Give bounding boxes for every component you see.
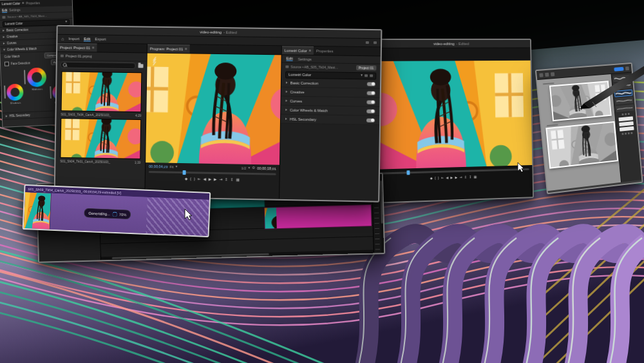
midtones-wheel[interactable] xyxy=(27,67,47,87)
storyboard-frame-1[interactable] xyxy=(549,81,612,121)
redo-icon[interactable] xyxy=(551,72,554,75)
step-back-button[interactable]: ◀ xyxy=(446,176,448,179)
playhead[interactable] xyxy=(183,170,186,175)
project-file-icon xyxy=(61,55,64,57)
shadows-wheel[interactable] xyxy=(6,84,24,101)
zoom-select[interactable]: Fit xyxy=(169,164,173,168)
menu-item-export[interactable]: Export xyxy=(95,37,106,41)
tool-icon[interactable] xyxy=(625,133,627,135)
tab-properties[interactable]: Properties xyxy=(314,46,336,55)
tool-icon[interactable] xyxy=(627,113,629,115)
edit-subtab[interactable]: Edit xyxy=(2,8,7,12)
timecode-current[interactable]: 00;00;04;29 xyxy=(149,164,168,169)
play-button[interactable]: ▶ xyxy=(450,176,453,179)
edit-subtab[interactable]: Edit xyxy=(286,56,292,61)
media-browser-icon[interactable] xyxy=(138,64,144,68)
toggle-switch[interactable] xyxy=(366,118,375,122)
section-label: Basic Correction xyxy=(6,28,28,32)
compare-icon[interactable] xyxy=(370,74,373,77)
project-panel-tab[interactable]: Project: Project 01 ≡ xyxy=(57,43,97,52)
mark-in-button[interactable]: { xyxy=(435,177,436,180)
clip-name: S01_Sh04_Tk01_CamA_20250103_ xyxy=(60,160,110,164)
project-clip-thumbnail[interactable] xyxy=(60,118,141,159)
panel-menu-icon[interactable]: ≡ xyxy=(22,1,24,5)
brush-preset[interactable] xyxy=(613,75,632,83)
share-icon[interactable] xyxy=(625,66,629,70)
quick-export-icon[interactable] xyxy=(374,41,377,44)
chevron-right-icon: ▸ xyxy=(3,35,5,39)
tab-lumetri-color[interactable]: Lumetri Color ≡ xyxy=(282,46,314,55)
highlights-slider[interactable] xyxy=(50,86,51,99)
color-swatch[interactable] xyxy=(618,116,633,121)
tool-icon[interactable] xyxy=(625,113,627,115)
lumetri-panel: Lumetri Color ≡ Properties Edit Settings… xyxy=(279,46,381,200)
step-back-button[interactable]: ◀ xyxy=(204,177,206,181)
brush-preset-selected[interactable] xyxy=(614,90,633,97)
add-marker-button[interactable]: ◆ xyxy=(185,177,187,181)
step-forward-button[interactable]: ▶ xyxy=(214,178,216,182)
settings-icon[interactable]: ⚙ xyxy=(252,166,255,170)
play-button[interactable]: ▶ xyxy=(209,177,211,181)
lift-button[interactable]: ↥ xyxy=(225,178,228,182)
project-clip-thumbnail[interactable] xyxy=(61,72,142,113)
face-detection-checkbox[interactable] xyxy=(5,62,9,66)
go-to-in-button[interactable]: ⇤ xyxy=(441,177,444,180)
home-icon[interactable]: ⌂ xyxy=(61,36,64,41)
brush-preset[interactable] xyxy=(616,104,634,112)
export-frame-button[interactable]: ▦ xyxy=(474,175,477,179)
tool-icon[interactable] xyxy=(621,113,623,115)
chevron-right-icon: ▸ xyxy=(6,114,8,118)
settings-subtab[interactable]: Settings xyxy=(298,57,312,61)
shadows-slider[interactable] xyxy=(4,86,5,99)
lift-button[interactable]: ↥ xyxy=(464,176,467,179)
midtones-slider[interactable] xyxy=(24,70,25,84)
chevron-down-icon: ▾ xyxy=(65,20,67,24)
playhead[interactable] xyxy=(406,170,410,175)
tool-icon[interactable] xyxy=(628,132,630,134)
go-to-out-button[interactable]: ⇥ xyxy=(460,176,462,179)
search-input[interactable] xyxy=(61,61,136,69)
tool-icon[interactable] xyxy=(630,132,632,134)
mark-out-button[interactable]: } xyxy=(194,177,195,181)
tool-icon[interactable] xyxy=(621,133,623,135)
workspace-icon[interactable] xyxy=(366,41,369,44)
panel-menu-icon[interactable]: ≡ xyxy=(92,46,94,50)
tab-lumetri-color[interactable]: Lumetri Color xyxy=(2,2,21,6)
extract-button[interactable]: ↧ xyxy=(469,175,471,179)
menu-icon[interactable] xyxy=(539,73,543,77)
toggle-switch[interactable] xyxy=(366,109,375,113)
undo-icon[interactable] xyxy=(545,72,549,76)
selected-clip-chip[interactable]: Project 01 xyxy=(356,65,377,70)
program-monitor-tab[interactable]: Program: Project 01 ≡ xyxy=(147,44,190,54)
menu-item-import[interactable]: Import xyxy=(68,37,79,41)
panel-menu-icon[interactable]: ≡ xyxy=(185,48,187,52)
storyboard-frame-2[interactable] xyxy=(545,121,618,169)
toggle-switch[interactable] xyxy=(367,82,375,86)
brush-preset[interactable] xyxy=(614,82,632,90)
resolution-select[interactable]: 1/2 xyxy=(242,166,247,170)
clip-magenta[interactable]: S01_Sh07_Tk06_CamA_20250104_ xyxy=(264,204,372,230)
extract-button[interactable]: ↧ xyxy=(231,178,234,182)
mark-in-button[interactable]: { xyxy=(190,177,191,181)
menu-item-edit[interactable]: Edit xyxy=(84,37,90,41)
color-swatch[interactable] xyxy=(620,126,634,132)
brush-preset[interactable] xyxy=(615,97,634,104)
generative-extend-clip[interactable]: S01_Sh03_Tk04_CamA_20250103_-00;00;04;29… xyxy=(23,184,211,237)
settings-subtab[interactable]: Settings xyxy=(9,8,20,12)
storyboard-canvas[interactable] xyxy=(537,74,621,191)
color-swatch[interactable] xyxy=(619,121,634,126)
step-forward-button[interactable]: ▶ xyxy=(455,176,458,179)
go-to-in-button[interactable]: ⇤ xyxy=(198,177,201,181)
tab-properties[interactable]: Properties xyxy=(26,1,40,5)
go-to-out-button[interactable]: ⇥ xyxy=(219,178,222,182)
primary-action-button[interactable] xyxy=(614,66,623,71)
toggle-switch[interactable] xyxy=(367,91,375,95)
panel-menu-icon[interactable]: ≡ xyxy=(309,49,311,53)
mark-out-button[interactable]: } xyxy=(438,177,439,180)
vertical-scrollbar[interactable] xyxy=(379,174,384,253)
add-marker-button[interactable]: ◆ xyxy=(430,177,433,180)
export-frame-button[interactable]: ▦ xyxy=(236,178,240,182)
toggle-switch[interactable] xyxy=(366,100,375,104)
fx-badge-icon[interactable] xyxy=(365,74,368,77)
chevron-right-icon: ▸ xyxy=(3,29,5,33)
